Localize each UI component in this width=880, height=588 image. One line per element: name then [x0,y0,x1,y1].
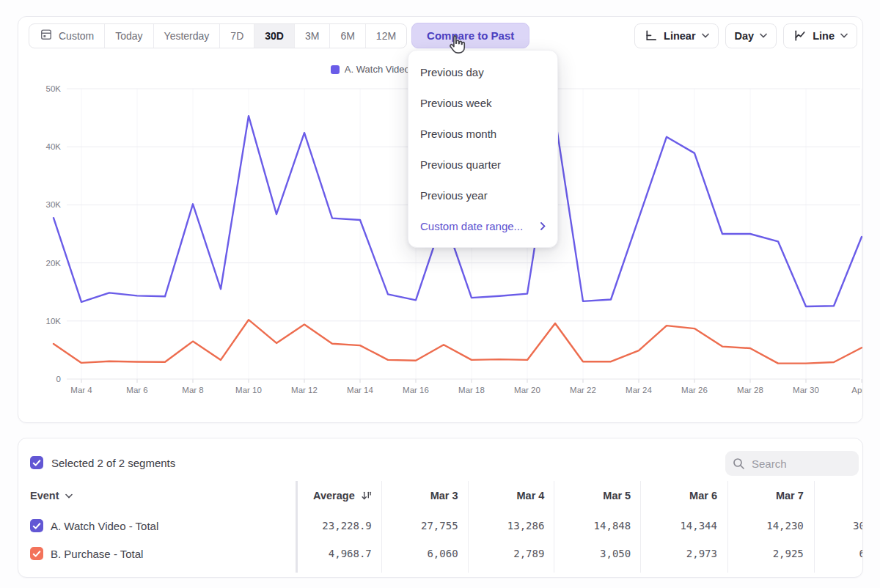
segments-table: Event Average Mar 3 Mar 4 Mar 5 Mar 6 Ma… [18,481,862,577]
svg-text:Apr 1: Apr 1 [851,386,862,394]
mouse-pointer-hand-icon [447,34,466,58]
svg-text:Mar 28: Mar 28 [737,386,763,394]
column-header-mar6[interactable]: Mar 6 [641,490,727,501]
date-range-custom[interactable]: Custom [29,24,104,48]
segments-table-card: Selected 2 of 2 segments Event Average [18,438,863,578]
cell-value: 30,145 [814,520,863,532]
menu-item-custom-date-range[interactable]: Custom date range... [408,210,557,241]
svg-text:Mar 18: Mar 18 [458,386,485,394]
svg-text:Mar 22: Mar 22 [570,386,596,394]
sort-descending-icon [361,490,372,501]
table-row[interactable]: A. Watch Video - Total 23,228.9 27,755 1… [18,512,863,540]
svg-text:30K: 30K [46,200,62,209]
column-header-event[interactable]: Event [18,490,296,501]
menu-item-previous-day[interactable]: Previous day [408,56,557,87]
column-header-mar8[interactable]: Mar 8 [814,490,863,501]
cell-average: 4,968.7 [296,548,382,559]
svg-text:Mar 6: Mar 6 [126,386,147,394]
date-range-6m[interactable]: 6M [329,24,364,48]
cell-average: 23,228.9 [296,520,382,532]
cell-value: 14,344 [641,520,727,532]
svg-text:Mar 8: Mar 8 [182,386,203,394]
cell-value: 13,286 [469,520,555,532]
cell-value: 2,973 [641,548,727,559]
chart-toolbar: Custom Today Yesterday 7D 30D 3M 6M 12M … [29,23,857,48]
svg-text:0: 0 [56,375,61,383]
series-line-1 [54,320,862,363]
svg-text:10K: 10K [46,317,62,326]
svg-text:Mar 12: Mar 12 [291,386,318,394]
chevron-right-icon [540,222,546,230]
search-icon [733,457,745,470]
date-range-12m[interactable]: 12M [365,24,406,48]
cell-value: 14,230 [727,520,814,532]
date-range-yesterday[interactable]: Yesterday [153,24,220,48]
chevron-down-icon [840,33,848,38]
date-range-7d[interactable]: 7D [219,24,254,48]
date-range-custom-label: Custom [59,30,94,42]
svg-text:Mar 4: Mar 4 [70,386,92,394]
menu-item-previous-month[interactable]: Previous month [408,118,557,149]
column-header-mar4[interactable]: Mar 4 [469,490,555,501]
selected-segments-row: Selected 2 of 2 segments [30,456,175,469]
search-box[interactable] [725,451,859,476]
selected-segments-label: Selected 2 of 2 segments [51,457,175,469]
linear-axis-icon [644,29,658,43]
date-range-today[interactable]: Today [104,24,153,48]
column-header-mar7[interactable]: Mar 7 [727,490,814,501]
svg-text:Mar 30: Mar 30 [793,386,819,394]
svg-text:50K: 50K [46,84,62,93]
cell-value: 2,789 [469,548,555,559]
cell-value: 6,060 [382,548,469,559]
svg-text:20K: 20K [46,259,62,268]
cell-value: 2,925 [727,548,814,559]
column-header-mar5[interactable]: Mar 5 [554,490,641,501]
cell-value: 3,050 [554,548,641,559]
chevron-down-icon [760,33,767,38]
segment-label: A. Watch Video - Total [51,520,158,532]
menu-item-previous-week[interactable]: Previous week [408,87,557,118]
row-checkbox[interactable] [30,519,43,532]
date-range-3m[interactable]: 3M [294,24,329,48]
svg-text:Mar 14: Mar 14 [347,386,373,394]
cell-value: 27,755 [382,520,469,532]
date-range-picker: Custom Today Yesterday 7D 30D 3M 6M 12M [29,23,407,48]
svg-text:Mar 10: Mar 10 [235,386,262,394]
menu-item-previous-year[interactable]: Previous year [408,180,557,210]
scale-dropdown-button[interactable]: Linear [634,23,719,48]
calendar-icon [40,28,53,43]
table-row[interactable]: B. Purchase - Total 4,968.7 6,060 2,789 … [18,540,863,567]
chevron-down-icon [65,493,73,499]
svg-text:Mar 24: Mar 24 [626,386,652,394]
svg-text:40K: 40K [46,142,62,151]
chart-type-dropdown-button[interactable]: Line [783,23,857,48]
granularity-dropdown-button[interactable]: Day [725,23,777,48]
date-range-30d[interactable]: 30D [254,24,294,48]
chevron-down-icon [702,33,709,38]
column-header-average[interactable]: Average [296,490,382,501]
line-chart-icon [793,29,807,43]
cell-value: 6,484 [814,548,863,559]
cell-value: 14,848 [554,520,641,532]
table-header-row: Event Average Mar 3 Mar 4 Mar 5 Mar 6 Ma… [18,481,863,510]
svg-text:Mar 20: Mar 20 [514,386,540,394]
menu-item-previous-quarter[interactable]: Previous quarter [408,149,557,180]
compare-to-past-button[interactable]: Compare to Past [411,23,529,48]
svg-text:Mar 26: Mar 26 [681,386,708,394]
compare-to-past-menu: Previous day Previous week Previous mont… [408,50,558,248]
search-input[interactable] [752,457,847,470]
select-all-checkbox[interactable] [30,456,43,469]
row-checkbox[interactable] [30,547,43,560]
segment-label: B. Purchase - Total [51,548,143,560]
svg-text:Mar 16: Mar 16 [403,386,429,394]
column-header-mar3[interactable]: Mar 3 [382,490,469,501]
